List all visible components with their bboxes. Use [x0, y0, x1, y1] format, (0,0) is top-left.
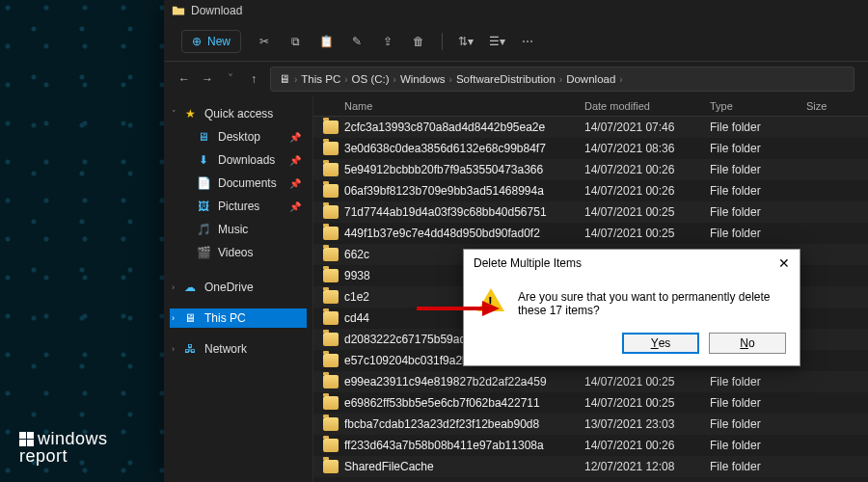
file-date: 14/07/2021 00:25: [584, 396, 710, 410]
up-button[interactable]: ˅: [224, 72, 237, 86]
paste-icon[interactable]: 📋: [318, 35, 334, 48]
pin-icon: 📌: [289, 155, 301, 166]
view-icon[interactable]: ☰▾: [489, 35, 504, 48]
breadcrumb-item[interactable]: This PC: [301, 73, 340, 85]
pin-icon: 📌: [289, 132, 301, 143]
file-row[interactable]: fbcba7cdab123a23d2f23f12beab90d813/07/20…: [313, 414, 868, 435]
file-row[interactable]: ff233d643a7b58b08b411e97ab11308a14/07/20…: [313, 435, 868, 456]
close-icon[interactable]: ✕: [778, 255, 790, 271]
file-name: 71d7744ab19d4a03f39c68bb40d56751: [344, 205, 584, 219]
file-date: 14/07/2021 00:26: [584, 163, 710, 176]
no-button[interactable]: No: [709, 333, 786, 354]
file-name: SharedFileCache: [344, 460, 584, 473]
sidebar-item-downloads[interactable]: ⬇Downloads📌: [170, 150, 307, 170]
sidebar-label: This PC: [204, 311, 246, 325]
file-row[interactable]: e99ea23911c94e819827b2d2af22a45914/07/20…: [313, 371, 868, 392]
file-row[interactable]: 71d7744ab19d4a03f39c68bb40d5675114/07/20…: [313, 201, 868, 223]
folder-icon: [323, 417, 339, 431]
breadcrumb-bar[interactable]: 🖥 › This PC › OS (C:) › Windows › Softwa…: [270, 67, 854, 92]
delete-icon[interactable]: 🗑: [411, 35, 426, 48]
sidebar-label: Desktop: [218, 130, 260, 144]
new-button[interactable]: ⊕ New: [181, 30, 241, 53]
col-date[interactable]: Date modified: [584, 100, 710, 112]
titlebar: Download: [164, 0, 868, 21]
file-type: File folder: [710, 120, 806, 134]
chevron-right-icon: ›: [619, 74, 622, 85]
no-label: N: [740, 336, 748, 350]
up-button[interactable]: ↑: [247, 72, 260, 86]
dialog-title: Delete Multiple Items: [474, 256, 582, 270]
file-date: 14/07/2021 07:46: [584, 120, 710, 134]
breadcrumb-item[interactable]: Windows: [400, 73, 446, 85]
yes-button[interactable]: Yes: [622, 333, 699, 354]
folder-icon: [323, 354, 339, 367]
breadcrumb-item[interactable]: OS (C:): [352, 73, 390, 85]
cut-icon[interactable]: ✂: [257, 35, 272, 48]
more-icon[interactable]: ⋯: [520, 35, 535, 48]
folder-icon: [323, 184, 339, 198]
spacer: [170, 332, 307, 335]
breadcrumb-item[interactable]: Download: [566, 73, 615, 85]
file-type: File folder: [710, 439, 806, 452]
file-row[interactable]: 5e94912bcbbb20fb7f9a53550473a36614/07/20…: [313, 159, 868, 180]
sidebar-item-music[interactable]: 🎵Music: [170, 220, 307, 239]
yes-rest: es: [659, 336, 671, 350]
sidebar-item-pictures[interactable]: 🖼Pictures📌: [170, 197, 307, 216]
folder-icon: [323, 396, 339, 410]
folder-icon: [323, 205, 339, 219]
file-name: e99ea23911c94e819827b2d2af22a459: [344, 375, 584, 388]
chevron-right-icon: ›: [344, 74, 347, 85]
sidebar-item-documents[interactable]: 📄Documents📌: [170, 174, 307, 193]
document-icon: 📄: [197, 176, 210, 190]
col-size[interactable]: Size: [806, 100, 864, 112]
folder-icon: [323, 142, 339, 155]
no-rest: o: [748, 336, 755, 350]
back-button[interactable]: ←: [177, 72, 191, 86]
copy-icon[interactable]: ⧉: [287, 35, 303, 48]
file-row[interactable]: e69862ff53bb5e5e6cb7f062ba42271114/07/20…: [313, 392, 868, 414]
rename-icon[interactable]: ✎: [349, 35, 365, 48]
pictures-icon: 🖼: [197, 200, 210, 213]
sidebar-item-videos[interactable]: 🎬Videos: [170, 243, 307, 262]
sidebar-label: Videos: [218, 246, 253, 259]
file-row[interactable]: 2cfc3a13993c870a8ad4d8442b95ea2e14/07/20…: [313, 117, 868, 138]
share-icon[interactable]: ⇪: [380, 35, 395, 48]
dialog-message: Are you sure that you want to permanentl…: [518, 286, 786, 317]
sidebar-item-desktop[interactable]: 🖥Desktop📌: [170, 127, 307, 147]
breadcrumb-item[interactable]: SoftwareDistribution: [456, 73, 556, 85]
forward-button[interactable]: →: [201, 72, 214, 86]
file-type: File folder: [710, 375, 806, 388]
folder-icon: [323, 248, 339, 261]
folder-icon: [323, 333, 339, 346]
col-type[interactable]: Type: [710, 100, 806, 112]
file-row[interactable]: 06af39bf8123b709e9bb3ad51468994a14/07/20…: [313, 180, 868, 201]
file-type: File folder: [710, 227, 806, 240]
chevron-right-icon: ›: [559, 74, 562, 85]
folder-icon: [323, 375, 339, 388]
sidebar-network[interactable]: ›🖧Network: [170, 339, 307, 359]
file-row[interactable]: 449f1b37e9c7e4dd48d950bd90fad0f214/07/20…: [313, 223, 868, 244]
chevron-right-icon: ›: [172, 313, 175, 323]
sort-icon[interactable]: ⇅▾: [458, 35, 474, 48]
file-row[interactable]: SharedFileCache12/07/2021 12:08File fold…: [313, 456, 868, 477]
sidebar-onedrive[interactable]: ›☁OneDrive: [170, 278, 307, 297]
file-name: 3e0d638c0dea3856d6132e68c99b84f7: [344, 142, 584, 155]
spacer: [170, 266, 307, 274]
file-date: 14/07/2021 00:25: [584, 205, 710, 219]
file-date: 14/07/2021 08:36: [584, 142, 710, 155]
col-name[interactable]: Name: [344, 100, 584, 112]
file-date: 14/07/2021 00:25: [584, 227, 710, 240]
sidebar-label: Music: [218, 223, 248, 236]
folder-icon: [323, 269, 339, 282]
pc-icon: 🖥: [279, 73, 290, 85]
file-date: 14/07/2021 00:26: [584, 439, 710, 452]
file-row[interactable]: 3e0d638c0dea3856d6132e68c99b84f714/07/20…: [313, 138, 868, 159]
sidebar-quick-access[interactable]: ˅ ★ Quick access: [170, 104, 307, 123]
file-name: 06af39bf8123b709e9bb3ad51468994a: [344, 184, 584, 198]
file-type: File folder: [710, 417, 806, 431]
delete-confirm-dialog: Delete Multiple Items ✕ Are you sure tha…: [463, 249, 800, 366]
file-name: 5e94912bcbbb20fb7f9a53550473a366: [344, 163, 584, 176]
video-icon: 🎬: [197, 246, 210, 259]
sidebar-this-pc[interactable]: ›🖥This PC: [170, 308, 307, 328]
file-type: File folder: [710, 396, 806, 410]
